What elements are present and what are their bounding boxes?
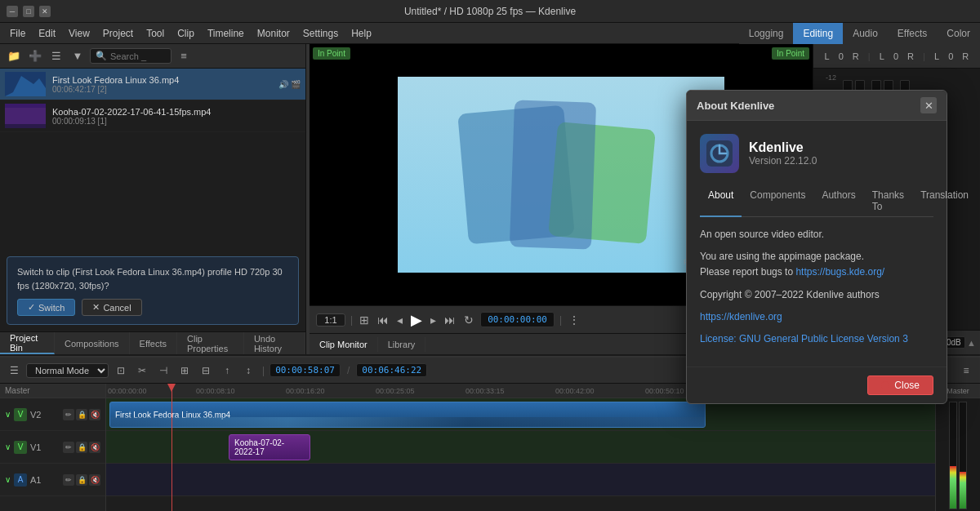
app-header: Kdenlive Version 22.12.0 bbox=[700, 134, 933, 173]
dialog-titlebar: About Kdenlive ✕ bbox=[687, 91, 947, 121]
dtab-authors[interactable]: Authors bbox=[813, 186, 863, 217]
dialog-close-btn[interactable]: Close bbox=[867, 375, 933, 395]
dialog-content: An open source video editor. You are usi… bbox=[700, 227, 933, 347]
close-dot-icon bbox=[881, 381, 889, 389]
about-dialog: About Kdenlive ✕ Kdenlive Version 22.12.… bbox=[686, 90, 947, 404]
dialog-tabs: About Components Authors Thanks To Trans… bbox=[700, 186, 933, 217]
dialog-close-button[interactable]: ✕ bbox=[920, 97, 937, 113]
app-name-group: Kdenlive Version 22.12.0 bbox=[749, 140, 817, 167]
app-icon bbox=[700, 134, 739, 173]
license-link[interactable]: License: GNU General Public License Vers… bbox=[700, 333, 908, 344]
website-link[interactable]: https://kdenlive.org bbox=[700, 311, 782, 322]
package-info: You are using the appimage package. Plea… bbox=[700, 249, 933, 280]
copyright-text: Copyright © 2007–2022 Kdenlive authors bbox=[700, 287, 933, 303]
dialog-overlay: About Kdenlive ✕ Kdenlive Version 22.12.… bbox=[0, 0, 980, 511]
dtab-translation[interactable]: Translation bbox=[912, 186, 977, 217]
app-description: An open source video editor. bbox=[700, 227, 933, 242]
dialog-footer: Close bbox=[687, 367, 947, 403]
bug-report-link[interactable]: https://bugs.kde.org/ bbox=[795, 266, 884, 278]
dtab-about[interactable]: About bbox=[700, 186, 742, 217]
dialog-title: About Kdenlive bbox=[697, 100, 774, 112]
dtab-thanks[interactable]: Thanks To bbox=[864, 186, 912, 217]
app-name: Kdenlive bbox=[749, 140, 817, 155]
dialog-body: Kdenlive Version 22.12.0 About Component… bbox=[687, 121, 947, 367]
dtab-components[interactable]: Components bbox=[742, 186, 813, 217]
app-version: Version 22.12.0 bbox=[749, 155, 817, 167]
